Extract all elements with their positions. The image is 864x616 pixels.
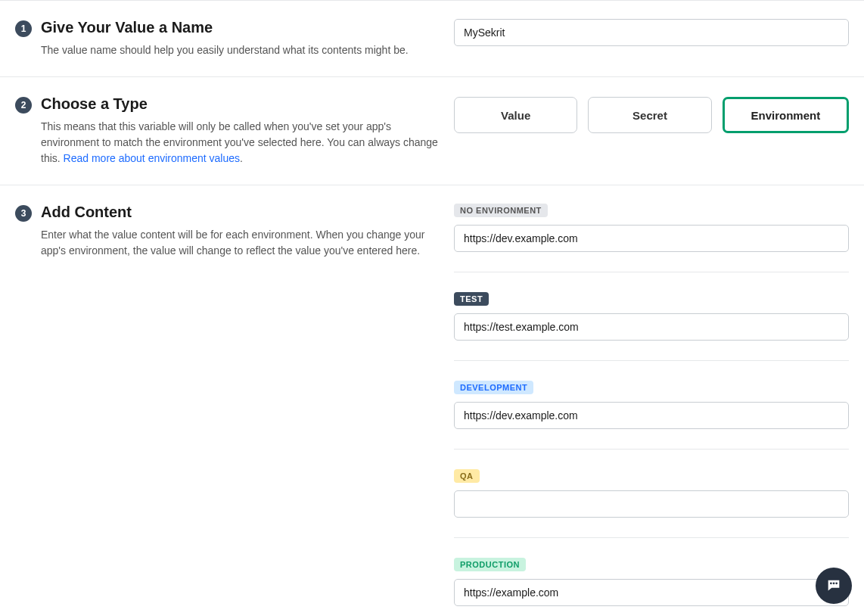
step-1-title: Give Your Value a Name [41,19,439,36]
chat-icon [825,577,842,594]
env-value-input[interactable] [454,225,849,252]
env-block: PRODUCTION [454,558,849,606]
step-2-desc: This means that this variable will only … [41,119,439,166]
env-tag: DEVELOPMENT [454,381,533,394]
read-more-link[interactable]: Read more about environment values [64,152,240,164]
step-2-number: 2 [15,97,32,114]
step-1-section: 1 Give Your Value a Name The value name … [0,1,864,77]
env-tag: TEST [454,292,489,306]
value-name-input[interactable] [454,19,849,46]
type-secret-button[interactable]: Secret [588,97,711,133]
step-1-number: 1 [15,20,32,37]
step-3-section: 3 Add Content Enter what the value conte… [0,185,864,616]
env-value-input[interactable] [454,579,849,606]
type-value-button[interactable]: Value [454,97,577,133]
env-block: TEST [454,292,849,361]
type-environment-button[interactable]: Environment [723,97,849,133]
step-2-title: Choose a Type [41,95,439,113]
step-2-section: 2 Choose a Type This means that this var… [0,77,864,185]
type-group: Value Secret Environment [454,97,849,133]
env-value-input[interactable] [454,490,849,518]
chat-button[interactable] [816,568,852,604]
env-block: QA [454,469,849,538]
env-block: NO ENVIRONMENT [454,204,849,272]
step-3-number: 3 [15,205,32,222]
env-value-input[interactable] [454,313,849,341]
environment-list: NO ENVIRONMENTTESTDEVELOPMENTQAPRODUCTIO… [454,204,849,606]
step-3-title: Add Content [41,204,439,221]
env-tag: PRODUCTION [454,558,526,571]
step-1-desc: The value name should help you easily un… [41,42,439,58]
env-block: DEVELOPMENT [454,381,849,450]
env-tag: QA [454,469,480,483]
env-tag: NO ENVIRONMENT [454,204,548,217]
env-value-input[interactable] [454,402,849,429]
step-3-desc: Enter what the value content will be for… [41,227,439,259]
